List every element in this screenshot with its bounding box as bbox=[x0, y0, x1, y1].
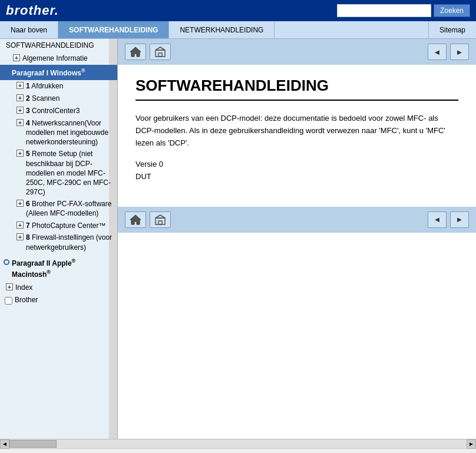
main-layout: SOFTWAREHANDLEIDING + Algemene Informati… bbox=[0, 39, 476, 439]
circle-icon-2 bbox=[4, 259, 9, 265]
sidebar-item-algemene[interactable]: + Algemene Informatie bbox=[0, 52, 117, 65]
logo: brother. bbox=[6, 3, 59, 18]
sidebar-item-paragraaf2[interactable]: Paragraaf II Apple® Macintosh® bbox=[0, 254, 117, 282]
home-button-bottom[interactable] bbox=[125, 211, 146, 228]
expand-icon-algemene: + bbox=[13, 54, 20, 61]
expand-icon-index: + bbox=[6, 283, 13, 290]
expand-icon-5: + bbox=[16, 150, 24, 157]
scroll-thumb[interactable] bbox=[9, 440, 57, 448]
nav-icons-right: ◄ ► bbox=[428, 44, 469, 60]
content-body: SOFTWAREHANDLEIDING Voor gebruikers van … bbox=[118, 65, 476, 195]
scroll-right-button[interactable]: ► bbox=[467, 439, 476, 449]
sidebar-item-3[interactable]: + 3 ControlCenter3 bbox=[0, 105, 117, 117]
expand-icon-4: + bbox=[16, 119, 24, 126]
search-input[interactable] bbox=[337, 4, 431, 17]
expand-icon-8: + bbox=[16, 233, 24, 240]
content-area: ◄ ► SOFTWAREHANDLEIDING Voor gebruikers … bbox=[118, 39, 476, 439]
nav-icons-bottom-right: ◄ ► bbox=[428, 211, 469, 228]
top-bar: brother. Zoeken bbox=[0, 0, 476, 21]
content-title: SOFTWAREHANDLEIDING bbox=[135, 77, 458, 101]
next-button-bottom[interactable]: ► bbox=[450, 211, 469, 228]
svg-rect-3 bbox=[158, 53, 162, 57]
nav-softwarehandleiding[interactable]: SOFTWAREHANDLEIDING bbox=[58, 21, 169, 38]
box-icon bbox=[154, 46, 167, 58]
content-version: Versie 0 DUT bbox=[135, 158, 458, 183]
expand-icon-6: + bbox=[16, 200, 24, 207]
sidebar-item-paragraaf1[interactable]: Paragraaf I Windows® bbox=[0, 65, 117, 81]
content-description: Voor gebruikers van een DCP-model: deze … bbox=[135, 113, 458, 149]
content-nav-top: ◄ ► bbox=[118, 39, 476, 65]
expand-icon-1: + bbox=[16, 82, 24, 89]
sidebar-item-5[interactable]: + 5 Remote Setup (niet beschikbaar bij D… bbox=[0, 148, 117, 198]
version-label: Versie 0 bbox=[135, 158, 458, 171]
box-button[interactable] bbox=[150, 44, 171, 60]
nav-icons-left bbox=[125, 44, 171, 60]
prev-button[interactable]: ◄ bbox=[428, 44, 447, 60]
language-label: DUT bbox=[135, 171, 458, 183]
sidebar-item-4[interactable]: + 4 Netwerkscannen(Voor modellen met ing… bbox=[0, 117, 117, 148]
nav-icons-bottom-left bbox=[125, 211, 171, 228]
sidebar-item-2[interactable]: + 2 Scannen bbox=[0, 92, 117, 105]
search-button[interactable]: Zoeken bbox=[434, 4, 470, 17]
search-area: Zoeken bbox=[337, 4, 470, 17]
sidebar-item-6[interactable]: + 6 Brother PC-FAX-software (Alleen MFC-… bbox=[0, 198, 117, 219]
svg-marker-4 bbox=[130, 215, 141, 224]
sidebar-item-7[interactable]: + 7 PhotoCapture Center™ bbox=[0, 220, 117, 232]
sidebar-item-1[interactable]: + 1 Afdrukken bbox=[0, 80, 117, 92]
home-icon-bottom bbox=[129, 214, 142, 226]
footer: ©2008 Brother Industries, Ltd. bbox=[0, 448, 476, 453]
box-button-bottom[interactable] bbox=[150, 211, 171, 228]
expand-icon-2: + bbox=[16, 94, 24, 101]
scroll-track[interactable] bbox=[9, 439, 467, 448]
sidebar-item-index[interactable]: + Index bbox=[0, 282, 117, 294]
nav-naar-boven[interactable]: Naar boven bbox=[0, 21, 58, 38]
horizontal-scrollbar: ◄ ► bbox=[0, 439, 476, 448]
content-nav-bottom: ◄ ► bbox=[118, 207, 476, 233]
prev-button-bottom[interactable]: ◄ bbox=[428, 211, 447, 228]
box-icon-bottom bbox=[154, 214, 167, 226]
brother-checkbox[interactable] bbox=[5, 297, 12, 305]
active-circle-icon bbox=[4, 69, 9, 75]
nav-netwerkhandleiding[interactable]: NETWERKHANDLEIDING bbox=[169, 21, 275, 38]
sidebar-item-8[interactable]: + 8 Firewall-instellingen (voor netwerkg… bbox=[0, 232, 117, 253]
nav-sitemap[interactable]: Sitemap bbox=[428, 21, 476, 38]
expand-icon-3: + bbox=[16, 107, 24, 114]
home-button[interactable] bbox=[125, 44, 146, 60]
sidebar-item-brother[interactable]: Brother bbox=[0, 294, 117, 306]
expand-icon-7: + bbox=[16, 221, 24, 229]
svg-rect-7 bbox=[158, 221, 162, 224]
sidebar: SOFTWAREHANDLEIDING + Algemene Informati… bbox=[0, 39, 118, 439]
nav-bar: Naar boven SOFTWAREHANDLEIDING NETWERKHA… bbox=[0, 21, 476, 39]
index-label: Index bbox=[15, 283, 32, 293]
home-icon bbox=[129, 46, 142, 58]
next-button[interactable]: ► bbox=[450, 44, 469, 60]
sidebar-top-link[interactable]: SOFTWAREHANDLEIDING bbox=[0, 39, 117, 52]
scroll-left-button[interactable]: ◄ bbox=[0, 439, 9, 449]
svg-marker-0 bbox=[130, 47, 141, 57]
